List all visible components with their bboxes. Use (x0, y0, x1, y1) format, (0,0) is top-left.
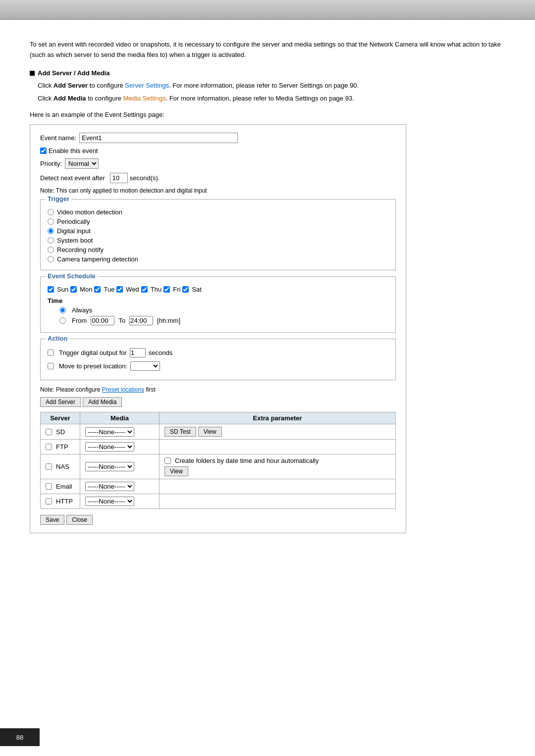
day-fri-label: Fri (173, 286, 180, 293)
day-thu-label: Thu (151, 286, 161, 293)
sd-test-button[interactable]: SD Test (164, 427, 196, 437)
page-number: 88 (0, 728, 40, 746)
day-wed-checkbox[interactable] (116, 286, 123, 293)
trigger-periodically-label: Periodically (57, 218, 90, 225)
trigger-periodically[interactable] (48, 218, 54, 225)
trigger-system-boot-label: System boot (57, 237, 93, 244)
day-sun-label: Sun (57, 286, 68, 293)
action-section: Action Trigger digital output for second… (40, 339, 396, 380)
col-media: Media (80, 412, 160, 424)
add-media-button[interactable]: Add Media (83, 397, 122, 407)
time-always-radio[interactable] (59, 307, 66, 313)
trigger-digital-prefix: Trigger digital output for (59, 349, 127, 356)
http-checkbox[interactable] (46, 498, 52, 504)
trigger-section: Trigger Video motion detection Periodica… (40, 199, 396, 270)
preset-note: Note: Please configure Preset locations … (40, 386, 396, 393)
trigger-recording-notify[interactable] (48, 247, 54, 253)
preset-locations-link[interactable]: Preset locations (102, 386, 144, 393)
day-wed-label: Wed (126, 286, 139, 293)
trigger-video-motion[interactable] (48, 209, 54, 215)
trigger-title: Trigger (46, 195, 71, 202)
day-sun-checkbox[interactable] (48, 286, 54, 293)
priority-label: Priority: (40, 160, 62, 167)
enable-event-checkbox[interactable] (40, 148, 47, 154)
trigger-digital-suffix: seconds (149, 349, 172, 356)
move-preset-checkbox[interactable] (48, 363, 54, 369)
time-from-label: From (72, 317, 87, 324)
col-server: Server (41, 412, 80, 424)
trigger-digital-value-input[interactable] (130, 348, 146, 357)
move-preset-label: Move to preset location: (59, 362, 127, 370)
time-to-input[interactable] (129, 316, 153, 325)
save-button[interactable]: Save (40, 515, 64, 525)
http-label: HTTP (56, 498, 73, 505)
trigger-video-motion-label: Video motion detection (57, 208, 122, 216)
trigger-recording-notify-label: Recording notify (57, 246, 104, 253)
day-sat-label: Sat (192, 286, 202, 293)
event-form: Event name: Enable this event Priority: … (30, 124, 406, 533)
nas-create-folders-label: Create folders by date time and hour aut… (175, 457, 319, 464)
trigger-camera-tamper-label: Camera tampering detection (57, 255, 138, 263)
action-title: Action (46, 335, 69, 342)
table-row: SD -----None----- SD Test View (41, 424, 396, 440)
nas-media-select[interactable]: -----None----- (85, 462, 134, 471)
enable-event-label: Enable this event (49, 147, 98, 154)
day-tue-label: Tue (104, 286, 114, 293)
email-checkbox[interactable] (46, 483, 52, 490)
day-tue-checkbox[interactable] (94, 286, 101, 293)
detect-suffix: second(s). (130, 174, 160, 182)
day-mon-label: Mon (80, 286, 92, 293)
event-schedule-section: Event Schedule Sun Mon Tue (40, 276, 396, 333)
bullet-icon (30, 71, 35, 76)
nas-checkbox[interactable] (46, 463, 52, 470)
schedule-title: Event Schedule (46, 272, 98, 280)
table-row: Email -----None----- (41, 479, 396, 494)
time-format-label: [hh:mm] (157, 317, 180, 324)
sd-media-select[interactable]: -----None----- (85, 427, 134, 437)
nas-label: NAS (56, 463, 69, 470)
ftp-media-select[interactable]: -----None----- (85, 442, 134, 452)
day-sat-checkbox[interactable] (182, 286, 189, 293)
ftp-checkbox[interactable] (46, 444, 52, 450)
detect-value-input[interactable] (110, 173, 128, 183)
table-row: NAS -----None----- Create folders by dat… (41, 454, 396, 479)
trigger-system-boot[interactable] (48, 237, 54, 244)
sd-view-button[interactable]: View (198, 427, 222, 437)
preset-location-select[interactable] (130, 361, 160, 371)
col-extra: Extra parameter (160, 412, 396, 424)
nas-view-button[interactable]: View (164, 466, 188, 476)
time-label: Time (48, 297, 388, 304)
add-buttons-row: Add Server Add Media (40, 397, 396, 407)
top-bar (0, 0, 535, 20)
sd-checkbox[interactable] (46, 429, 52, 435)
trigger-digital-input-label: Digital input (57, 227, 91, 235)
http-media-select[interactable]: -----None----- (85, 497, 134, 506)
intro-paragraph: To set an event with recorded video or s… (30, 40, 505, 60)
table-row: FTP -----None----- (41, 440, 396, 454)
table-row: HTTP -----None----- (41, 494, 396, 509)
server-settings-link[interactable]: Server Settings (125, 82, 169, 89)
time-from-radio[interactable] (59, 317, 66, 324)
close-button[interactable]: Close (66, 515, 93, 525)
media-settings-link[interactable]: Media Settings (123, 95, 166, 102)
day-fri-checkbox[interactable] (163, 286, 170, 293)
trigger-camera-tamper[interactable] (48, 256, 54, 262)
server-line: Click Add Server to configure Server Set… (38, 81, 505, 91)
day-mon-checkbox[interactable] (70, 286, 77, 293)
sd-label: SD (56, 428, 65, 436)
trigger-digital-input[interactable] (48, 228, 54, 234)
day-thu-checkbox[interactable] (141, 286, 148, 293)
time-to-label: To (118, 317, 125, 324)
nas-create-folders-checkbox[interactable] (164, 457, 171, 464)
email-media-select[interactable]: -----None----- (85, 482, 134, 491)
server-media-table: Server Media Extra parameter SD (40, 412, 396, 509)
event-name-label: Event name: (40, 134, 76, 142)
email-label: Email (56, 483, 72, 490)
detect-label: Detect next event after (40, 174, 105, 182)
trigger-digital-output-checkbox[interactable] (48, 350, 54, 356)
event-name-input[interactable] (79, 133, 238, 143)
priority-select[interactable]: Normal (65, 158, 99, 169)
save-close-row: Save Close (40, 515, 396, 525)
time-from-input[interactable] (91, 316, 114, 325)
add-server-button[interactable]: Add Server (40, 397, 81, 407)
